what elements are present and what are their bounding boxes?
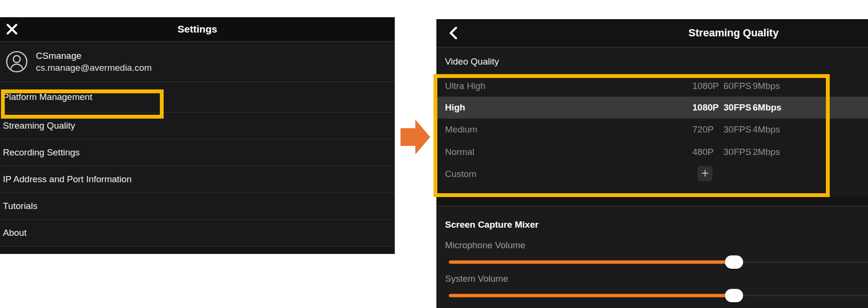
streaming-quality-topbar: Streaming Quality (436, 19, 868, 48)
quality-fps: 30FPS (723, 102, 751, 113)
chevron-left-icon (449, 26, 457, 40)
account-text: CSmanage cs.manage@avermedia.com (36, 50, 152, 73)
close-icon (6, 23, 18, 35)
back-button[interactable] (449, 26, 458, 40)
video-quality-header: Video Quality (436, 48, 868, 75)
quality-name: High (445, 102, 465, 113)
system-volume-slider[interactable] (449, 289, 868, 302)
menu-item-label: IP Address and Port Information (3, 174, 132, 185)
quality-resolution: 720P (692, 124, 713, 135)
panel-bottom-strip (0, 247, 395, 253)
quality-fps: 60FPS (723, 81, 751, 91)
microphone-volume-label: Microphone Volume (445, 240, 525, 251)
quality-resolution: 1080P (692, 81, 719, 91)
quality-bitrate: 9Mbps (753, 81, 780, 91)
quality-name: Custom (445, 169, 476, 179)
menu-item-label: About (3, 228, 27, 238)
quality-fps: 30FPS (723, 124, 751, 135)
slider-track-filled (449, 261, 734, 264)
quality-name: Medium (445, 124, 478, 135)
section-gap (436, 196, 868, 207)
menu-item-about[interactable]: About (0, 220, 395, 247)
quality-row-medium[interactable]: Medium 720P 30FPS 4Mbps (436, 119, 868, 141)
microphone-volume-slider[interactable] (449, 255, 868, 269)
menu-item-label: Tutorials (3, 201, 37, 211)
slider-knob[interactable] (725, 289, 743, 302)
slider-track-empty (734, 262, 868, 263)
system-volume-label: System Volume (445, 274, 508, 284)
screen-capture-mixer-section: Screen Capture Mixer Microphone Volume S… (436, 207, 868, 308)
avatar-icon (6, 51, 28, 73)
page-title: Streaming Quality (689, 27, 779, 39)
quality-name: Normal (445, 147, 474, 157)
quality-resolution: 1080P (692, 102, 719, 113)
menu-item-label: Streaming Quality (3, 121, 75, 131)
account-email: cs.manage@avermedia.com (36, 62, 152, 73)
page-title: Settings (178, 23, 217, 35)
menu-item-label: Recording Settings (3, 147, 80, 158)
quality-bitrate: 4Mbps (753, 124, 780, 135)
add-custom-quality-button[interactable]: + (698, 166, 712, 181)
quality-name: Ultra High (445, 81, 485, 91)
quality-fps: 30FPS (723, 147, 751, 157)
streaming-quality-panel: Streaming Quality Video Quality Ultra Hi… (436, 19, 868, 308)
menu-item-streaming-quality[interactable]: Streaming Quality (0, 113, 395, 140)
video-quality-label: Video Quality (445, 56, 499, 67)
mixer-header: Screen Capture Mixer (445, 220, 538, 230)
account-name: CSmanage (36, 50, 152, 61)
quality-row-normal[interactable]: Normal 480P 30FPS 2Mbps (436, 141, 868, 163)
slider-track-filled (449, 294, 734, 297)
slider-track-empty (734, 295, 868, 297)
close-button[interactable] (6, 23, 18, 35)
menu-item-tutorials[interactable]: Tutorials (0, 193, 395, 220)
quality-row-ultra-high[interactable]: Ultra High 1080P 60FPS 9Mbps (436, 75, 868, 97)
settings-topbar: Settings (0, 17, 395, 42)
quality-row-high-selected[interactable]: High 1080P 30FPS 6Mbps (436, 97, 868, 119)
quality-bitrate: 2Mbps (753, 147, 780, 157)
menu-item-platform-management[interactable]: Platform Management (0, 82, 395, 113)
quality-bitrate: 6Mbps (753, 102, 781, 113)
menu-item-ip-address[interactable]: IP Address and Port Information (0, 166, 395, 193)
menu-item-label: Platform Management (3, 92, 92, 102)
plus-icon: + (701, 166, 709, 180)
settings-panel: Settings CSmanage cs.manage@avermedia.co… (0, 17, 395, 254)
arrow-right-icon (401, 120, 430, 154)
menu-item-recording-settings[interactable]: Recording Settings (0, 140, 395, 166)
quality-resolution: 480P (692, 147, 713, 157)
quality-row-custom[interactable]: Custom + (436, 163, 868, 196)
account-row[interactable]: CSmanage cs.manage@avermedia.com (0, 42, 395, 82)
slider-knob[interactable] (725, 255, 743, 269)
